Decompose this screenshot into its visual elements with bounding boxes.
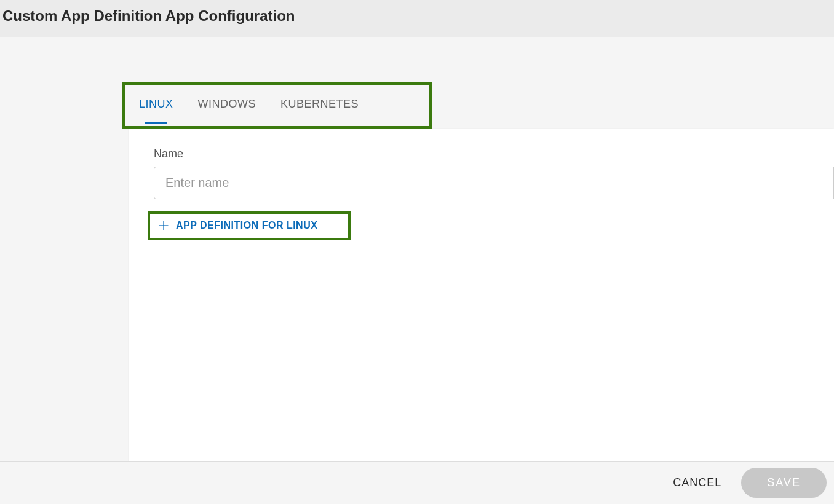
- tab-windows[interactable]: WINDOWS: [186, 87, 268, 124]
- tab-kubernetes[interactable]: KUBERNETES: [268, 87, 371, 124]
- header-bar: Custom App Definition App Configuration: [0, 0, 834, 37]
- name-input[interactable]: [154, 167, 834, 199]
- cancel-button[interactable]: CANCEL: [668, 470, 726, 495]
- plus-icon: [157, 219, 170, 232]
- name-label: Name: [154, 148, 834, 160]
- footer-bar: CANCEL SAVE: [0, 461, 834, 504]
- main-panel: Name: [129, 129, 834, 498]
- save-button[interactable]: SAVE: [741, 468, 827, 498]
- add-app-definition-label: APP DEFINITION FOR LINUX: [176, 220, 317, 231]
- add-app-definition-button[interactable]: APP DEFINITION FOR LINUX: [157, 216, 317, 235]
- page-title: Custom App Definition App Configuration: [2, 7, 832, 25]
- tabs-container: LINUX WINDOWS KUBERNETES: [127, 87, 371, 124]
- tab-linux[interactable]: LINUX: [127, 87, 186, 124]
